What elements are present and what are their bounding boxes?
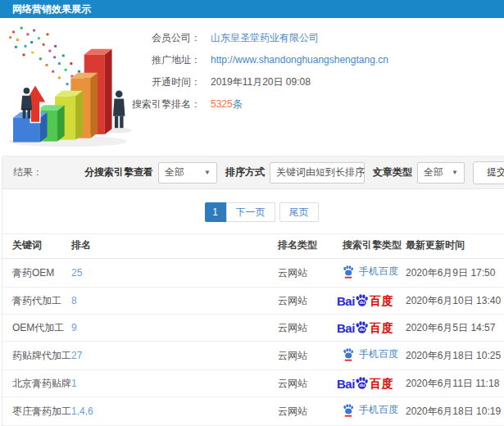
chevron-down-icon: ▼ [204,169,211,176]
table-row: 枣庄膏药加工 1,4,6 云网站 手机百度 2020年6月18日 10:19 [2,397,504,426]
column-header: 排名类型 [278,234,343,259]
pagination: 1 下一页 尾页 [2,189,504,233]
company-info-list: 会员公司： 山东皇圣堂药业有限公司 推广地址： http://www.shand… [131,31,504,120]
baidu-paw-icon: du [355,320,369,334]
sort-filter-label: 排序方式 [225,165,265,179]
baidu-logo[interactable]: Bai du 百度 [337,376,394,390]
info-row: 开通时间： 2019年11月20日 09:08 [131,75,504,88]
rank-link[interactable]: 8 [71,288,278,315]
rank-link[interactable]: 25 [71,259,278,288]
baidu-paw-icon: du [355,293,369,307]
baidu-paw-icon: du [355,376,369,390]
svg-text:du: du [359,327,365,332]
engine-select[interactable]: 全部 ▼ [158,162,217,184]
article-type-label: 文章类型 [373,165,412,179]
baidu-logo-bai: Bai [337,295,355,307]
column-header: 搜索引擎类型 [343,234,406,259]
rank-type-cell: 云网站 [278,370,343,397]
info-label: 会员公司： [131,31,201,44]
table-row: OEM代加工 9 云网站 Bai du 百度 2020年6月5日 14:57 [2,315,504,342]
app-header: 网络营销效果展示 [0,0,504,18]
keyword-cell: OEM代加工 [2,315,71,342]
baidu-paw-icon [343,347,354,361]
rank-type-cell: 云网站 [278,259,343,288]
result-label: 结果： [13,165,43,179]
mobile-baidu-logo[interactable]: 手机百度 [343,403,398,417]
updated-time-cell: 2020年6月5日 14:57 [406,315,504,342]
page-title: 网络营销效果展示 [12,3,91,15]
rank-link[interactable]: 27 [71,342,278,370]
info-value[interactable]: http://www.shandonghuangshengtang.cn [211,53,388,66]
engine-cell: Bai du 百度 [343,370,406,397]
mobile-baidu-label: 手机百度 [359,265,398,279]
baidu-logo-cn: 百度 [370,295,394,307]
table-row: 膏药OEM 25 云网站 手机百度 2020年6月9日 17:50 [2,259,504,288]
rank-type-cell: 云网站 [278,288,343,315]
info-row: 推广地址： http://www.shandonghuangshengtang.… [131,53,504,66]
mobile-baidu-label: 手机百度 [359,403,398,417]
hero-section: 会员公司： 山东皇圣堂药业有限公司 推广地址： http://www.shand… [0,18,504,156]
baidu-logo-cn: 百度 [370,378,394,390]
filter-controls: 分搜索引擎查看 全部 ▼ 排序方式 关键词由短到长排序 ▼ 文章类型 全部 ▼ … [76,161,504,184]
keyword-cell: 膏药代加工 [2,288,71,315]
table-row: 药贴牌代加工 27 云网站 手机百度 2020年6月18日 10:25 [2,342,504,370]
baidu-logo-bai: Bai [337,322,355,334]
submit-button[interactable]: 提交 [473,161,504,184]
engine-cell: 手机百度 [343,397,406,426]
updated-time-cell: 2020年6月9日 17:50 [406,259,504,288]
svg-text:du: du [359,383,365,387]
baidu-logo-cn: 百度 [370,322,394,334]
info-label: 搜索引擎排名： [131,97,201,111]
rankings-table: 关键词排名排名类型搜索引擎类型最新更新时间 膏药OEM 25 云网站 手机百度 … [2,233,504,426]
keyword-cell: 北京膏药贴牌 [2,370,71,397]
column-header: 关键词 [2,234,71,259]
results-panel: 结果： 分搜索引擎查看 全部 ▼ 排序方式 关键词由短到长排序 ▼ 文章类型 全… [2,156,504,426]
svg-text:du: du [359,300,365,305]
pagination-last-button[interactable]: 尾页 [279,202,319,222]
baidu-logo[interactable]: Bai du 百度 [337,320,394,334]
table-row: 北京膏药贴牌 1 云网站 Bai du 百度 2020年6月11日 11:18 [2,370,504,397]
keyword-cell: 药贴牌代加工 [2,342,71,370]
updated-time-cell: 2020年6月18日 10:19 [406,397,504,426]
table-header-row: 关键词排名排名类型搜索引擎类型最新更新时间 [2,234,504,259]
mobile-baidu-logo[interactable]: 手机百度 [343,347,398,361]
businessman-right [113,90,125,128]
rank-type-cell: 云网站 [278,397,343,426]
article-type-select[interactable]: 全部 ▼ [417,162,465,184]
filter-bar: 结果： 分搜索引擎查看 全部 ▼ 排序方式 关键词由短到长排序 ▼ 文章类型 全… [2,156,504,189]
keyword-cell: 枣庄膏药加工 [2,397,71,426]
mobile-baidu-logo[interactable]: 手机百度 [343,265,398,279]
info-label: 推广地址： [131,53,201,66]
baidu-logo[interactable]: Bai du 百度 [337,293,394,307]
baidu-paw-icon [343,403,354,417]
info-value: 5325条 [211,97,243,111]
engine-filter-label: 分搜索引擎查看 [84,165,153,179]
info-value[interactable]: 山东皇圣堂药业有限公司 [211,31,319,44]
column-header: 排名 [71,234,278,259]
baidu-paw-icon [343,265,354,279]
sort-select[interactable]: 关键词由短到长排序 ▼ [270,162,365,184]
pagination-current-page[interactable]: 1 [205,202,226,222]
info-value: 2019年11月20日 09:08 [211,75,311,88]
table-row: 膏药代加工 8 云网站 Bai du 百度 2020年6月10日 13:40 [2,288,504,315]
rank-link[interactable]: 9 [71,315,278,342]
engine-cell: 手机百度 [343,342,406,370]
info-row: 搜索引擎排名： 5325条 [131,97,504,111]
keyword-cell: 膏药OEM [2,259,71,288]
engine-cell: Bai du 百度 [343,315,406,342]
updated-time-cell: 2020年6月10日 13:40 [406,288,504,315]
info-row: 会员公司： 山东皇圣堂药业有限公司 [131,31,504,44]
pagination-next-button[interactable]: 下一页 [226,202,275,222]
chevron-down-icon: ▼ [452,169,458,176]
rank-link[interactable]: 1 [71,370,278,397]
mobile-baidu-label: 手机百度 [359,347,398,361]
engine-cell: 手机百度 [343,259,406,288]
updated-time-cell: 2020年6月18日 10:25 [406,342,504,370]
rank-type-cell: 云网站 [278,315,343,342]
updated-time-cell: 2020年6月11日 11:18 [406,370,504,397]
engine-cell: Bai du 百度 [343,288,406,315]
rank-link[interactable]: 1,4,6 [71,397,278,426]
column-header: 最新更新时间 [406,234,504,259]
info-label: 开通时间： [131,75,201,88]
rank-type-cell: 云网站 [278,342,343,370]
